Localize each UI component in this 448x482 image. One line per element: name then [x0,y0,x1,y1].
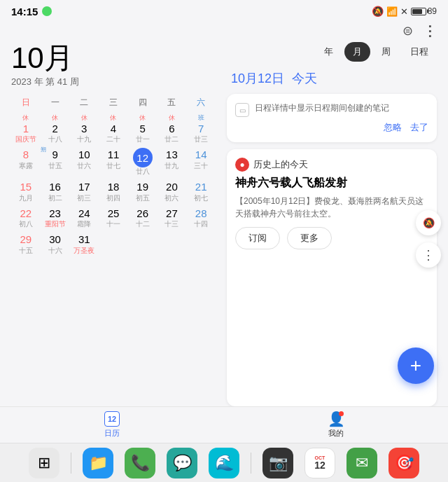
ignore-button[interactable]: 忽略 [384,121,402,134]
dock: ⊞ 📁 📞 💬 🌊 📷 OCT 12 ✉ 🎯 [0,443,448,482]
tab-mine[interactable]: 👤 我的 [328,411,344,439]
more-side-button[interactable]: ⋮ [416,242,441,268]
cal-day-14[interactable]: 14 三十 [186,146,216,177]
dock-app-grid[interactable]: ⊞ [29,448,59,478]
cal-day-20[interactable]: 20 初六 [158,179,187,204]
mine-tab-label: 我的 [328,428,344,439]
calendar-week-5: 29 十五 30 十六 31 万圣夜 [11,231,216,256]
mine-tab-icon: 👤 [328,411,344,427]
cal-day-9[interactable]: 9 廿五 [41,146,70,177]
status-time: 14:15 [11,6,38,18]
weekday-thu: 四 [128,95,158,110]
battery-indicator: 89 [411,6,437,16]
calendar-week-4: 22 初八 23 重阳节 24 霜降 25 十一 [11,205,216,230]
cal-day-16[interactable]: 16 初二 [41,179,70,204]
bottom-tab-bar: 12 日历 👤 我的 [0,406,448,443]
more-options-icon[interactable]: ⋮ [423,22,437,39]
cal-day-4[interactable]: 休 4 二十 [99,113,128,145]
subscribe-button[interactable]: 订阅 [235,227,280,249]
calendar-tab-label: 日历 [104,428,120,439]
dock-app-messages[interactable]: 💬 [167,448,197,478]
weekday-tue: 二 [69,95,99,110]
cal-day-27[interactable]: 27 十三 [158,205,187,230]
cal-day-23[interactable]: 23 重阳节 [41,205,70,230]
weekday-sun: 日 [11,95,41,110]
cal-day-18[interactable]: 18 初四 [99,179,128,204]
add-event-fab[interactable]: + [398,347,434,384]
view-week-button[interactable]: 周 [373,42,399,62]
dock-app-browser[interactable]: 🌊 [209,448,239,478]
go-button[interactable]: 去了 [410,121,428,134]
dock-app-mail[interactable]: ✉ [346,448,377,478]
battery-box [411,8,426,15]
cal-day-21[interactable]: 21 初七 [186,179,216,204]
weekday-fri: 五 [158,95,187,110]
weekday-wed: 三 [99,95,128,110]
dock-app-camera[interactable]: 📷 [262,448,293,478]
history-label: 历史上的今天 [253,158,308,171]
calendar-week-2: 8 朔 寒露 9 廿五 10 廿六 11 [11,146,216,177]
weekday-mon: 一 [41,95,70,110]
filter-icon[interactable]: ⊜ [402,23,413,39]
calendar-tab-icon: 12 [104,411,120,427]
notes-card-text: 日程详情中显示日程期间创建的笔记 [255,102,428,114]
cal-day-7[interactable]: 班 7 廿三 [186,113,216,145]
cal-day-15[interactable]: 15 九月 [11,179,41,204]
history-icon: ● [235,158,249,172]
history-title: 神舟六号载人飞船发射 [235,176,428,191]
cal-day-19[interactable]: 19 初五 [128,179,158,204]
cal-day-10[interactable]: 10 廿六 [69,146,99,177]
history-actions: 订阅 更多 [235,227,428,249]
cal-day-13[interactable]: 13 廿九 [158,146,187,177]
week-subtitle: 2023 年 第 41 周 [11,76,216,88]
signal-icon: ✕ [400,6,408,17]
tab-calendar[interactable]: 12 日历 [104,411,120,439]
battery-percent: 89 [428,6,437,16]
cal-day-8[interactable]: 8 朔 寒露 [11,146,41,177]
cal-day-24[interactable]: 24 霜降 [69,205,99,230]
cal-day-11[interactable]: 11 廿七 [99,146,128,177]
calendar-header: 日 一 二 三 四 五 六 [11,95,216,110]
view-schedule-button[interactable]: 日程 [402,42,437,62]
cal-day-22[interactable]: 22 初八 [11,205,41,230]
mute-side-button[interactable]: 🔕 [416,210,441,235]
main-container: 10月 2023 年 第 41 周 日 一 二 三 四 五 六 休 1 国庆节 [0,42,448,406]
cal-day-28[interactable]: 28 十四 [186,205,216,230]
status-bar: 14:15 🔕 📶 ✕ 89 [0,0,448,22]
cal-day-29[interactable]: 29 十五 [11,231,41,256]
cal-day-12-today[interactable]: 12 廿八 [128,146,158,177]
cal-day-17[interactable]: 17 初三 [69,179,99,204]
left-panel: 10月 2023 年 第 41 周 日 一 二 三 四 五 六 休 1 国庆节 [11,42,221,406]
cal-day-5[interactable]: 休 5 廿一 [128,113,158,145]
dock-app-files[interactable]: 📁 [83,448,113,478]
cal-day-2[interactable]: 休 2 十八 [41,113,70,145]
calendar-week-1: 休 1 国庆节 休 2 十八 休 3 十九 休 4 二十 [11,113,216,145]
cal-day-26[interactable]: 26 十二 [128,205,158,230]
view-month-button[interactable]: 月 [344,42,370,62]
cal-day-30[interactable]: 30 十六 [41,231,70,256]
info-card-actions: 忽略 去了 [235,121,428,134]
mute-icon: 🔕 [372,6,384,17]
cal-day-31[interactable]: 31 万圣夜 [69,231,99,256]
date-header: 10月12日 今天 [227,70,437,87]
cal-day-1[interactable]: 休 1 国庆节 [11,113,41,145]
dock-divider-2 [251,453,251,474]
month-title: 10月 [11,42,216,74]
more-button[interactable]: 更多 [287,227,332,249]
dock-divider-1 [71,453,71,474]
cal-day-6[interactable]: 休 6 廿二 [158,113,187,145]
view-year-button[interactable]: 年 [316,42,342,62]
cal-day-3[interactable]: 休 3 十九 [69,113,99,145]
weekday-sat: 六 [186,95,216,110]
today-label: 今天 [292,71,317,85]
dock-app-phone[interactable]: 📞 [125,448,155,478]
battery-fill [412,9,422,14]
dock-app-calendar[interactable]: OCT 12 [304,448,335,478]
dock-app-extra[interactable]: 🎯 [388,448,419,478]
cal-day-25[interactable]: 25 十一 [99,205,128,230]
info-card-row: ▭ 日程详情中显示日程期间创建的笔记 [235,102,428,117]
selected-date: 10月12日 [231,71,284,85]
notes-info-card: ▭ 日程详情中显示日程期间创建的笔记 忽略 去了 [227,94,437,142]
activity-indicator [42,6,52,16]
wifi-icon: 📶 [386,6,398,17]
